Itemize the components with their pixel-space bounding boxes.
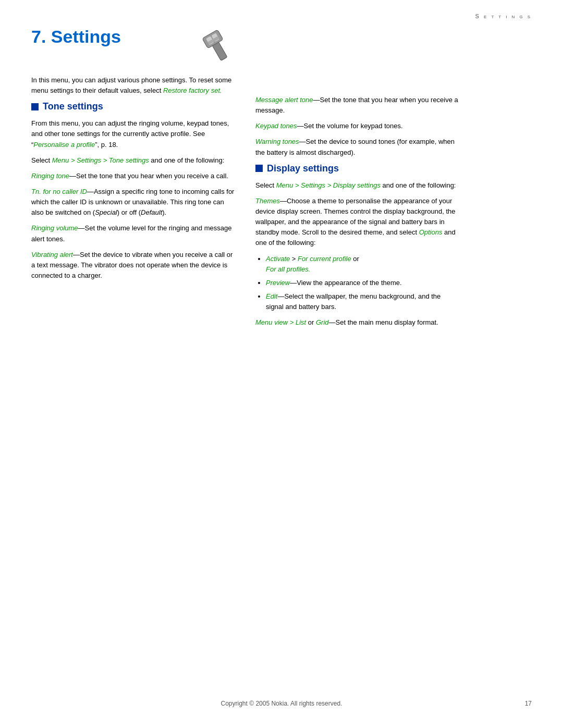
display-settings-select: Select Menu > Settings > Display setting…	[255, 180, 459, 191]
display-menu-path: Menu > Settings > Display settings	[276, 181, 381, 189]
message-alert-tone-label: Message alert tone	[255, 96, 313, 104]
menu-view-item: Menu view > List or Grid—Set the main me…	[255, 317, 459, 328]
tone-settings-intro: From this menu, you can adjust the ringi…	[31, 118, 235, 150]
bullet-edit: Edit—Select the wallpaper, the menu back…	[266, 291, 459, 312]
ringing-volume-label: Ringing volume	[31, 224, 78, 232]
keypad-tones-item: Keypad tones—Set the volume for keypad t…	[255, 121, 459, 131]
left-column: 7. Settings	[31, 27, 235, 669]
menu-view-label: Menu view >	[255, 318, 296, 326]
page-header: S e t t i n g s	[0, 0, 563, 22]
personalise-profile-link[interactable]: Personalise a profile	[33, 141, 95, 149]
tone-menu-path: Menu > Settings > Tone settings	[52, 156, 149, 164]
ringing-volume-item: Ringing volume—Set the volume level for …	[31, 223, 235, 244]
right-column: Message alert tone—Set the tone that you…	[255, 27, 459, 669]
bullet-preview: Preview—View the appearance of the theme…	[266, 278, 459, 288]
tone-settings-title: Tone settings	[43, 101, 103, 112]
copyright-text: Copyright © 2005 Nokia. All rights reser…	[221, 700, 342, 707]
warning-tones-item: Warning tones—Set the device to sound to…	[255, 137, 459, 157]
warning-tones-label: Warning tones	[255, 138, 299, 145]
themes-item: Themes—Choose a theme to personalise the…	[255, 196, 459, 249]
chapter-title-block: 7. Settings	[31, 27, 121, 46]
page-footer: Copyright © 2005 Nokia. All rights reser…	[0, 689, 563, 728]
vibrating-alert-label: Vibrating alert	[31, 251, 73, 258]
themes-bullet-list: Activate > For current profile or For al…	[266, 254, 459, 313]
display-settings-title: Display settings	[267, 163, 339, 174]
bullet-activate: Activate > For current profile or For al…	[266, 254, 459, 275]
vibrating-alert-item: Vibrating alert—Set the device to vibrat…	[31, 250, 235, 281]
main-content: 7. Settings	[0, 22, 563, 689]
section-label: S e t t i n g s	[475, 13, 532, 19]
keypad-tones-label: Keypad tones	[255, 122, 297, 130]
no-caller-id-item: Tn. for no caller ID—Assign a specific r…	[31, 187, 235, 218]
no-caller-id-label: Tn. for no caller ID	[31, 188, 87, 195]
display-settings-heading: Display settings	[255, 163, 459, 174]
chapter-title: 7. Settings	[31, 27, 121, 46]
display-section-box-icon	[255, 165, 263, 172]
chapter-title-row: 7. Settings	[31, 27, 235, 66]
intro-paragraph: In this menu, you can adjust various pho…	[31, 75, 235, 96]
page: S e t t i n g s 7. Settings	[0, 0, 563, 728]
page-number: 17	[525, 700, 532, 707]
tone-settings-heading: Tone settings	[31, 101, 235, 112]
section-box-icon	[31, 103, 39, 110]
message-alert-tone-item: Message alert tone—Set the tone that you…	[255, 95, 459, 116]
tone-settings-select: Select Menu > Settings > Tone settings a…	[31, 155, 235, 166]
restore-factory-link[interactable]: Restore factory set.	[163, 87, 222, 94]
themes-label: Themes	[255, 197, 280, 205]
options-link: Options	[419, 228, 443, 236]
ringing-tone-item: Ringing tone—Set the tone that you hear …	[31, 171, 235, 181]
ringing-tone-label: Ringing tone	[31, 172, 69, 180]
settings-icon	[195, 27, 235, 66]
